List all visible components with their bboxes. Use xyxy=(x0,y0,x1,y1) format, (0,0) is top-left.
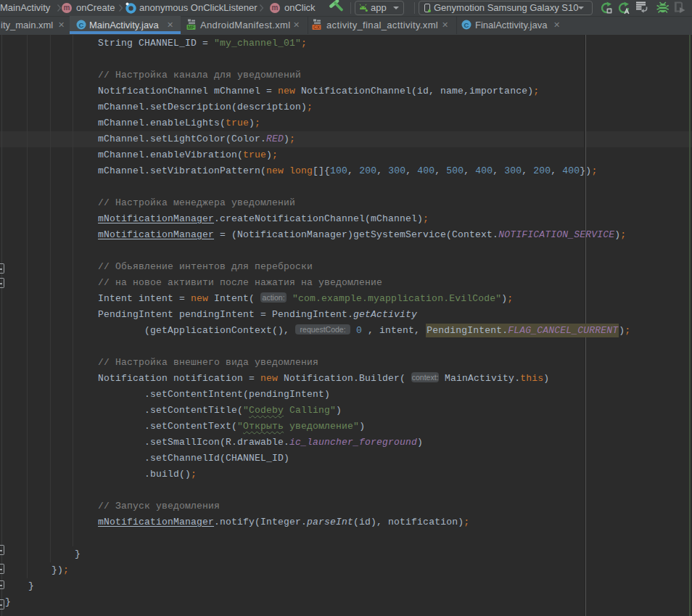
svg-text:C: C xyxy=(79,21,84,29)
svg-text:MF: MF xyxy=(188,25,194,30)
svg-text:CX: CX xyxy=(313,25,321,30)
svg-text:C: C xyxy=(464,21,469,29)
